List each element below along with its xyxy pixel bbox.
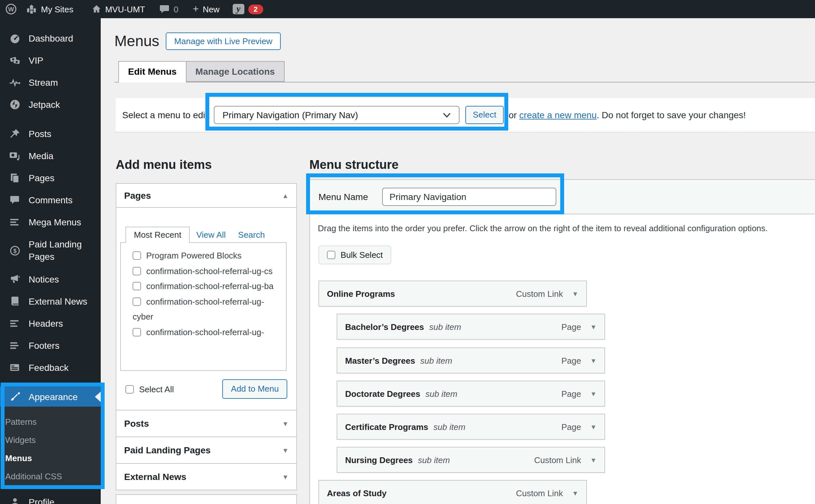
site-menu[interactable]: MVU-UMT [92,4,145,14]
tab-manage-locations[interactable]: Manage Locations [185,61,284,82]
menu-name-row: Menu Name [310,180,815,214]
page-checkbox[interactable] [133,282,141,290]
sidebar-item-jetpack[interactable]: Jetpack [0,94,101,116]
page-checkbox[interactable] [133,267,141,275]
media-icon [9,150,21,162]
menu-item-areas-of-study[interactable]: Areas of Study Custom Link ▼ [318,480,587,504]
expand-triangle-icon[interactable]: ▼ [590,423,597,430]
comments-menu[interactable]: 0 [159,4,178,14]
expand-triangle-icon[interactable]: ▼ [590,456,597,463]
menu-item-online-programs[interactable]: Online Programs Custom Link ▼ [318,281,587,307]
sidebar-item-feedback[interactable]: Feedback [0,357,101,379]
sidebar-item-footers[interactable]: Footers [0,334,101,357]
menu-select-dropdown[interactable]: Primary Navigation (Primary Nav) [214,106,460,124]
sidebar-item-comments[interactable]: Comments [0,189,101,211]
page-checkbox[interactable] [133,297,141,306]
save-changes-text: . Do not forget to save your changes! [597,110,746,120]
yoast-icon: y [233,4,244,14]
sidebar-item-pages[interactable]: Pages [0,167,101,189]
expand-triangle-icon[interactable]: ▼ [282,447,288,454]
page-checkbox[interactable] [133,328,141,336]
page-item-label: confirmation-school-referral-ug-cyber [133,296,264,321]
expand-triangle-icon[interactable]: ▼ [590,357,597,364]
expand-triangle-icon[interactable]: ▼ [282,420,288,427]
bulk-select-checkbox[interactable] [327,251,335,259]
paintbrush-icon [9,391,21,402]
submenu-item-patterns[interactable]: Patterns [0,413,101,431]
sidebar-item-posts[interactable]: Posts [0,123,101,145]
tab-view-all[interactable]: View All [196,227,226,242]
sub-item-tag: sub item [418,455,450,465]
menu-item-type: Page [561,356,581,365]
sidebar-item-external-news[interactable]: External News [0,290,101,312]
select-button[interactable]: Select [466,106,503,124]
sidebar-item-appearance[interactable]: Appearance [0,386,101,407]
accordion-partial [116,494,297,504]
menu-structure-heading: Menu structure [309,158,399,172]
page-header: Menus Manage with Live Preview [114,32,281,50]
sub-item-tag: sub item [434,422,465,432]
accordion-posts[interactable]: Posts ▼ [116,410,297,437]
page-checkbox-item: confirmation-school-referral-ug- [133,324,281,340]
menu-item-masters-degrees[interactable]: Master’s Degrees sub item Page ▼ [337,347,605,373]
admin-sidebar: Dashboard VIP Stream Jetpack Posts Media… [0,18,101,504]
create-new-menu-link[interactable]: create a new menu [519,110,597,120]
pages-panel-header[interactable]: Pages ▲ [116,184,296,208]
expand-triangle-icon[interactable]: ▼ [590,390,597,397]
menu-item-nursing-degrees[interactable]: Nursing Degrees sub item Custom Link ▼ [337,447,605,473]
tab-most-recent[interactable]: Most Recent [125,227,190,243]
accordion-external-news[interactable]: External News ▼ [116,463,297,490]
expand-triangle-icon[interactable]: ▼ [282,473,288,480]
person-icon [9,496,21,504]
menu-item-label: Online Programs [327,289,395,298]
accordion-paid-landing-pages[interactable]: Paid Landing Pages ▼ [116,436,297,464]
new-content-menu[interactable]: + New [193,4,220,14]
tab-search[interactable]: Search [238,227,265,242]
menu-item-certificate-programs[interactable]: Certificate Programs sub item Page ▼ [337,414,605,440]
dollar-icon: $ [9,245,21,257]
menu-item-type: Custom Link [516,488,563,498]
expand-triangle-icon[interactable]: ▼ [572,290,579,297]
page-checkbox-item: confirmation-school-referral-ug-cyber [133,294,281,324]
menu-name-input[interactable] [382,188,557,206]
page-checkbox[interactable] [133,251,141,260]
manage-live-preview-button[interactable]: Manage with Live Preview [166,32,281,50]
expand-triangle-icon[interactable]: ▼ [572,489,579,497]
sidebar-item-dashboard[interactable]: Dashboard [0,27,101,49]
sidebar-item-profile[interactable]: Profile [0,491,101,504]
svg-text:W: W [8,6,14,13]
menu-item-type: Page [561,422,581,432]
submenu-item-widgets[interactable]: Widgets [0,431,101,449]
add-to-menu-button[interactable]: Add to Menu [223,379,287,399]
menu-item-label: Nursing Degrees [345,455,413,465]
sidebar-item-mega-menus[interactable]: Mega Menus [0,211,101,233]
collapse-triangle-icon[interactable]: ▲ [282,192,288,199]
vip-tickets-icon [9,55,21,66]
yoast-notification-badge: 2 [248,4,263,14]
select-all-checkbox[interactable] [125,385,134,393]
select-all-label: Select All [139,384,174,394]
menu-item-bachelors-degrees[interactable]: Bachelor’s Degrees sub item Page ▼ [337,314,605,340]
yoast-menu[interactable]: y 2 [233,4,263,14]
submenu-item-additional-css[interactable]: Additional CSS [0,468,101,486]
select-menu-label: Select a menu to edit: [122,110,210,120]
wordpress-logo-menu[interactable]: W [5,3,17,15]
my-sites-label: My Sites [41,4,73,14]
sidebar-item-stream[interactable]: Stream [0,71,101,94]
sidebar-item-notices[interactable]: Notices [0,268,101,290]
sidebar-item-media[interactable]: Media [0,145,101,167]
menu-item-type: Page [561,389,581,398]
current-menu-arrow [95,391,101,402]
pushpin-icon [9,128,21,140]
expand-triangle-icon[interactable]: ▼ [590,323,597,330]
megaphone-icon [9,273,21,285]
tab-edit-menus[interactable]: Edit Menus [118,61,186,82]
sidebar-item-vip[interactable]: VIP [0,49,101,71]
menu-item-doctorate-degrees[interactable]: Doctorate Degrees sub item Page ▼ [337,381,605,407]
menu-item-type: Page [561,322,581,332]
my-sites-menu[interactable]: My Sites [26,4,73,14]
sidebar-item-headers[interactable]: Headers [0,312,101,334]
submenu-item-menus[interactable]: Menus [0,449,101,468]
bulk-select-toggle[interactable]: Bulk Select [318,246,391,264]
sidebar-item-paid-landing-pages[interactable]: $ Paid Landing Pages [0,233,101,268]
